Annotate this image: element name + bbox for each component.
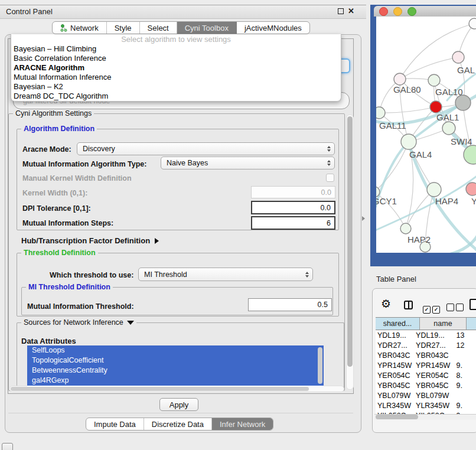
- table-hscrollbar-thumb[interactable]: [376, 415, 418, 419]
- network-node-hap2[interactable]: [400, 223, 411, 234]
- algorithm-dropdown: Select algorithm to view settings Bayesi…: [11, 34, 341, 102]
- network-edge: [400, 57, 458, 79]
- columns-icon[interactable]: [404, 301, 413, 309]
- mac-minimize-button[interactable]: [393, 7, 402, 16]
- table-row[interactable]: YDL19...YDL19...13: [376, 331, 476, 341]
- table-row[interactable]: YBL079WYBL079W: [376, 391, 476, 401]
- gear-icon[interactable]: [381, 298, 391, 311]
- aracne-mode-combo[interactable]: Discovery: [77, 142, 335, 155]
- horizontal-scrollbar-thumb[interactable]: [11, 387, 309, 391]
- table-cell: YDR27...: [414, 341, 454, 351]
- network-node-gal10[interactable]: [428, 74, 440, 86]
- algorithm-option-dream8-dc-tdc-algorithm[interactable]: Dream8 DC_TDC Algorithm: [11, 92, 341, 101]
- attribute-item-gal4rgexp[interactable]: gal4RGexp: [27, 376, 324, 386]
- network-node-hap4[interactable]: [427, 182, 441, 197]
- tab-cyni-toolbox[interactable]: Cyni Toolbox: [177, 22, 237, 34]
- network-node-gal11[interactable]: [376, 107, 385, 119]
- aracne-mode-label: Aracne Mode:: [22, 145, 71, 154]
- stepper-icon: [304, 272, 310, 278]
- deselect-all-columns-icon[interactable]: [446, 303, 465, 314]
- tab-jactivemnodules[interactable]: jActiveMNodules: [237, 22, 309, 34]
- tab-discretize-data[interactable]: Discretize Data: [144, 418, 212, 430]
- tab-network[interactable]: Network: [53, 22, 107, 34]
- algorithm-option-bayesian-hill-climbing[interactable]: Bayesian – Hill Climbing: [11, 44, 341, 54]
- table-row[interactable]: YBR045CYBR045C9.: [376, 381, 476, 391]
- which-threshold-label: Which threshold to use:: [50, 271, 133, 280]
- table-cell: YLR345W: [414, 401, 454, 411]
- list-scrollbar[interactable]: [318, 347, 322, 384]
- algorithm-option-basic-correlation-inference[interactable]: Basic Correlation Inference: [11, 54, 341, 63]
- apply-button[interactable]: Apply: [159, 398, 198, 411]
- tab-style[interactable]: Style: [107, 22, 140, 34]
- vertical-scrollbar-thumb[interactable]: [347, 116, 353, 367]
- table-row[interactable]: YLR345WYLR345W9.: [376, 401, 476, 411]
- network-node-pink-top[interactable]: [452, 51, 464, 63]
- mi-steps-field[interactable]: 6: [251, 216, 335, 230]
- algorithm-option-mutual-information-inference[interactable]: Mutual Information Inference: [11, 73, 341, 82]
- table-row[interactable]: YDR27...YDR27...12: [376, 341, 476, 351]
- tab-label: Network: [70, 24, 99, 32]
- table-cell: 13: [454, 331, 476, 341]
- mi-threshold-field[interactable]: 0.5: [248, 298, 332, 311]
- network-node-salmon[interactable]: [466, 182, 476, 195]
- collapse-arrow-icon[interactable]: [127, 321, 134, 325]
- attribute-item-selfloops[interactable]: SelfLoops: [27, 345, 324, 356]
- table-row[interactable]: YER054CYER054C8.: [376, 371, 476, 381]
- column-header-shared[interactable]: shared...: [376, 318, 420, 330]
- network-node-label: HAP4: [435, 196, 458, 206]
- column-header-col2[interactable]: [467, 318, 476, 330]
- float-window-icon[interactable]: [338, 8, 344, 14]
- network-edge: [379, 107, 436, 113]
- stepper-icon: [325, 160, 332, 166]
- attribute-item-topologicalcoefficient[interactable]: TopologicalCoefficient: [27, 356, 324, 366]
- hub-definition-section[interactable]: Hub/Transcription Factor Definition: [21, 236, 159, 245]
- data-attributes-list[interactable]: SelfLoopsTopologicalCoefficientBetweenne…: [27, 345, 324, 386]
- network-node-label: GAL4: [409, 149, 432, 159]
- control-panel-title: Control Panel: [6, 7, 53, 16]
- table-cell: YPR145W: [376, 361, 414, 371]
- mi-algorithm-type-combo[interactable]: Naive Bayes: [161, 156, 335, 169]
- aracne-mode-value: Discovery: [83, 145, 325, 153]
- kernel-width-field[interactable]: 0.0: [251, 186, 335, 198]
- control-panel-titlebar: [0, 5, 366, 19]
- table-cell: YBR043C: [376, 351, 414, 361]
- network-window-titlebar[interactable]: [374, 6, 476, 17]
- table-cell: YBR045C: [376, 381, 414, 391]
- close-icon[interactable]: [348, 6, 356, 16]
- table-cell: 12: [454, 341, 476, 351]
- manual-kernel-checkbox[interactable]: [326, 174, 334, 182]
- tab-select[interactable]: Select: [140, 22, 177, 34]
- table-header: shared...name: [376, 317, 476, 330]
- network-view-canvas[interactable]: GALGAL80GAL10GAL1GAL11SWI4GAL4GCY1HAP4YH…: [376, 17, 476, 253]
- export-table-icon[interactable]: [470, 299, 476, 310]
- table-cell: YLR345W: [376, 401, 414, 411]
- network-node-gray[interactable]: [455, 95, 471, 110]
- network-node-swi4[interactable]: [442, 122, 455, 135]
- table-row[interactable]: YBR043CYBR043C: [376, 351, 476, 361]
- tab-label: jActiveMNodules: [244, 24, 302, 32]
- attribute-item-betweennesscentrality[interactable]: BetweennessCentrality: [27, 366, 324, 376]
- network-node-gal4[interactable]: [401, 134, 416, 149]
- which-threshold-value: MI Threshold: [144, 270, 304, 279]
- cyni-bottom-tabbar: Impute DataDiscretize DataInfer Network: [86, 418, 273, 431]
- mac-close-button[interactable]: [379, 7, 388, 16]
- dpi-tolerance-field[interactable]: 0.0: [251, 201, 335, 214]
- column-header-name[interactable]: name: [420, 318, 467, 330]
- tab-impute-data[interactable]: Impute Data: [86, 418, 144, 430]
- select-all-columns-icon[interactable]: [423, 303, 442, 314]
- splitter-arrow-icon[interactable]: [362, 216, 365, 221]
- table-row[interactable]: YPR145WYPR145W9.: [376, 361, 476, 371]
- mac-zoom-button[interactable]: [407, 7, 416, 16]
- corner-button[interactable]: [2, 443, 13, 450]
- table-cell: 8.: [454, 371, 476, 381]
- tab-infer-network[interactable]: Infer Network: [212, 418, 273, 430]
- algorithm-option-aracne-algorithm[interactable]: ARACNE Algorithm: [11, 63, 341, 73]
- tab-label: Cyni Toolbox: [185, 24, 229, 32]
- table-cell: 9.: [454, 401, 476, 411]
- network-node-top-partial[interactable]: [469, 18, 476, 29]
- tab-label: Infer Network: [220, 420, 265, 429]
- which-threshold-combo[interactable]: MI Threshold: [138, 268, 313, 281]
- network-node-gal80[interactable]: [394, 73, 406, 85]
- algorithm-option-bayesian-k2[interactable]: Bayesian – K2: [11, 82, 341, 92]
- network-node-gal1-red[interactable]: [430, 101, 442, 113]
